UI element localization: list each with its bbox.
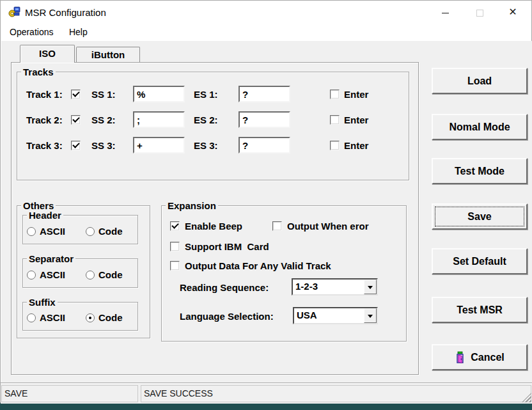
set-default-button[interactable]: Set Default	[432, 248, 528, 274]
output-any-valid-track-checkbox[interactable]	[170, 261, 180, 271]
expansion-groupbox: Expansion Enable Beep Output When eror S…	[161, 205, 407, 342]
track3-label: Track 3:	[26, 140, 63, 151]
enable-beep-label: Enable Beep	[185, 221, 242, 232]
ss1-input[interactable]	[133, 86, 185, 102]
header-code-label: Code	[98, 226, 123, 237]
enter1-checkbox[interactable]	[330, 90, 340, 99]
language-selection-dropdown-icon[interactable]	[364, 308, 377, 323]
tab-iso[interactable]: ISO	[20, 45, 75, 63]
msr-configuration-window: MSR Configuration ✕ Operations Help ISO …	[0, 0, 532, 403]
expansion-group-label: Expansion	[166, 200, 218, 211]
maximize-icon	[476, 10, 483, 17]
iso-tab-panel: Tracks Track 1: SS 1: ES 1: Enter Track …	[11, 62, 419, 375]
status-panel-save: SAVE	[1, 385, 138, 402]
track1-checkbox[interactable]	[71, 90, 81, 99]
separator-group-label: Separator	[27, 253, 75, 264]
separator-ascii-label: ASCII	[40, 269, 65, 280]
track2-label: Track 2:	[26, 114, 63, 125]
menu-bar: Operations Help	[1, 24, 531, 41]
header-groupbox: Header ASCII Code	[22, 215, 138, 244]
title-bar[interactable]: MSR Configuration ✕	[1, 1, 531, 24]
suffix-group-label: Suffix	[27, 297, 58, 308]
track1-label: Track 1:	[26, 89, 63, 100]
header-group-label: Header	[27, 210, 63, 221]
tab-ibutton[interactable]: iButton	[76, 47, 140, 63]
header-ascii-radio[interactable]	[27, 227, 36, 236]
support-ibm-card-label: Support IBM Card	[185, 241, 269, 252]
output-when-error-checkbox[interactable]	[272, 221, 282, 231]
others-groupbox: Others Header ASCII Code Separator ASCII	[17, 205, 150, 338]
ss3-input[interactable]	[133, 137, 185, 154]
ss3-label: SS 3:	[91, 140, 116, 151]
client-area: ISO iButton Tracks Track 1: SS 1: ES 1: …	[1, 41, 532, 382]
suffix-code-label: Code	[98, 312, 123, 323]
separator-code-radio[interactable]	[86, 271, 95, 280]
track3-checkbox[interactable]	[71, 141, 81, 150]
cancel-button[interactable]: Cancel	[432, 344, 528, 370]
language-selection-value: USA	[297, 310, 317, 320]
es2-label: ES 2:	[194, 114, 218, 125]
separator-ascii-radio[interactable]	[27, 271, 36, 280]
language-selection-combo[interactable]: USA	[293, 307, 378, 324]
test-msr-button[interactable]: Test MSR	[432, 297, 528, 323]
status-bar: SAVE SAVE SUCCESS	[1, 382, 532, 404]
save-button[interactable]: Save	[432, 203, 528, 230]
enter2-label: Enter	[344, 114, 368, 125]
suffix-groupbox: Suffix ASCII Code	[22, 302, 138, 331]
reading-sequence-dropdown-icon[interactable]	[364, 280, 377, 294]
app-icon	[8, 6, 21, 19]
header-ascii-label: ASCII	[40, 226, 65, 237]
es1-label: ES 1:	[194, 89, 218, 100]
minimize-button[interactable]	[430, 1, 460, 24]
es2-input[interactable]	[239, 111, 290, 128]
enable-beep-checkbox[interactable]	[170, 221, 180, 231]
cancel-button-label: Cancel	[471, 345, 504, 369]
close-icon: ✕	[508, 6, 517, 17]
menu-help[interactable]: Help	[63, 24, 94, 40]
minimize-icon	[442, 13, 449, 13]
suffix-code-radio[interactable]	[86, 313, 95, 322]
separator-code-label: Code	[98, 269, 123, 280]
close-button[interactable]: ✕	[498, 1, 528, 24]
enter1-label: Enter	[344, 89, 368, 100]
exit-door-icon	[455, 351, 466, 364]
maximize-button[interactable]	[465, 1, 494, 24]
enter3-checkbox[interactable]	[330, 141, 340, 150]
desktop-background: MSR Configuration ✕ Operations Help ISO …	[0, 0, 532, 410]
status-panel-message: SAVE SUCCESS	[141, 385, 531, 402]
menu-operations[interactable]: Operations	[3, 24, 59, 40]
es3-input[interactable]	[239, 137, 290, 154]
ss1-label: SS 1:	[91, 89, 116, 100]
es1-input[interactable]	[239, 86, 290, 102]
tracks-groupbox: Tracks Track 1: SS 1: ES 1: Enter Track …	[17, 72, 409, 180]
normal-mode-button[interactable]: Nomal Mode	[432, 114, 528, 140]
ss2-input[interactable]	[133, 111, 185, 128]
ss2-label: SS 2:	[91, 114, 116, 125]
suffix-ascii-label: ASCII	[40, 312, 65, 323]
reading-sequence-combo[interactable]: 1-2-3	[292, 278, 378, 296]
window-title: MSR Configuration	[25, 1, 106, 24]
separator-groupbox: Separator ASCII Code	[22, 258, 138, 288]
reading-sequence-value: 1-2-3	[295, 281, 318, 292]
suffix-ascii-radio[interactable]	[27, 313, 36, 322]
output-any-valid-track-label: Output Data For Any Valid Track	[185, 260, 331, 271]
desktop-strip	[0, 403, 532, 410]
enter3-label: Enter	[344, 140, 368, 151]
header-code-radio[interactable]	[86, 227, 95, 236]
track2-checkbox[interactable]	[71, 115, 81, 125]
reading-sequence-label: Reading Sequence:	[180, 282, 269, 293]
enter2-checkbox[interactable]	[330, 115, 340, 125]
support-ibm-card-checkbox[interactable]	[170, 242, 180, 251]
tracks-group-label: Tracks	[21, 67, 56, 77]
language-selection-label: Language Selection:	[180, 311, 274, 322]
load-button[interactable]: Load	[432, 68, 528, 94]
output-when-error-label: Output When eror	[287, 221, 369, 232]
test-mode-button[interactable]: Test Mode	[432, 158, 528, 184]
es3-label: ES 3:	[194, 140, 218, 151]
